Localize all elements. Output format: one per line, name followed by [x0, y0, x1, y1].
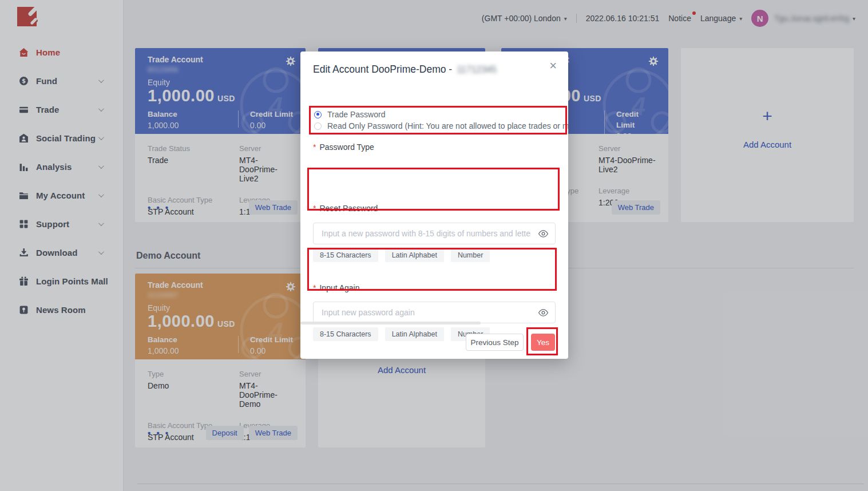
confirm-password-input[interactable]	[313, 302, 556, 323]
modal-title: Edit Account DooPrime-Demo - 11712345	[313, 64, 497, 76]
eye-icon[interactable]	[538, 228, 549, 239]
edit-account-modal: Edit Account DooPrime-Demo - 11712345 × …	[300, 52, 568, 359]
rule-tag: 8-15 Characters	[313, 248, 378, 262]
eye-icon[interactable]	[538, 307, 549, 318]
radio-selected-icon	[314, 111, 322, 118]
yes-button[interactable]: Yes	[531, 334, 555, 351]
rule-tag: Latin Alphabet	[385, 327, 444, 341]
rule-tag: Latin Alphabet	[385, 248, 444, 262]
reset-password-field	[313, 223, 556, 244]
required-asterisk: *	[313, 204, 316, 213]
rule-tag: 8-15 Characters	[313, 327, 378, 341]
reset-password-label: *Reset Password	[313, 204, 378, 213]
password-type-radio-group: Trade Password Read Only Password (Hint:…	[314, 109, 568, 132]
rule-tag: Number	[451, 248, 490, 262]
radio-read-only-password[interactable]: Read Only Password (Hint: You are not al…	[314, 120, 568, 132]
radio-unselected-icon	[314, 122, 322, 130]
confirm-password-field	[313, 302, 556, 323]
input-again-label: *Input Again	[313, 283, 360, 292]
password-type-label: *Password Type	[313, 142, 374, 152]
required-asterisk: *	[313, 283, 316, 292]
radio-trade-password[interactable]: Trade Password	[314, 109, 568, 120]
previous-step-button[interactable]: Previous Step	[466, 334, 524, 351]
required-asterisk: *	[313, 142, 316, 152]
modal-account-masked: 11712345	[457, 65, 497, 75]
horizontal-scrollbar[interactable]	[300, 322, 481, 324]
close-icon[interactable]: ×	[549, 60, 557, 72]
password-rules-tags: 8-15 Characters Latin Alphabet Number	[313, 248, 497, 262]
reset-password-input[interactable]	[313, 223, 556, 244]
